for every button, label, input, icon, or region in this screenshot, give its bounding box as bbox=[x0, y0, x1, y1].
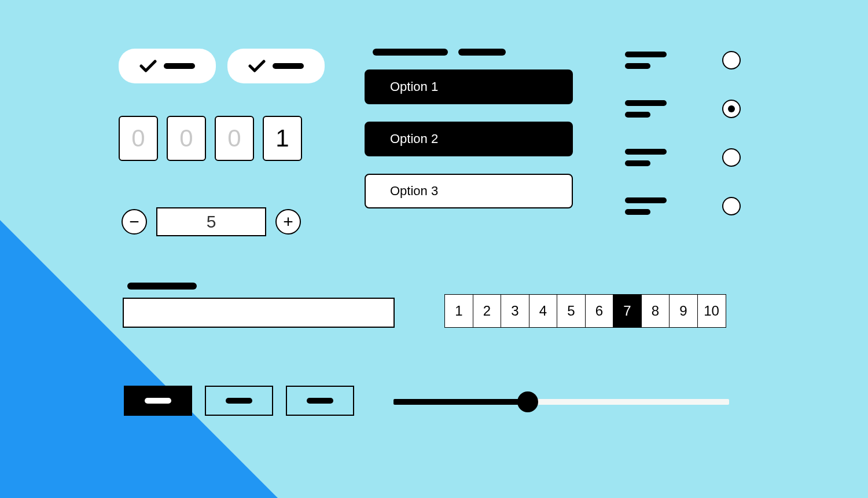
radio-label-placeholder bbox=[625, 197, 667, 215]
stepper-value[interactable]: 5 bbox=[156, 207, 266, 236]
check-icon bbox=[139, 59, 157, 73]
slider[interactable] bbox=[393, 391, 729, 412]
check-icon bbox=[248, 59, 266, 73]
pin-input[interactable]: 0 0 0 1 bbox=[119, 116, 302, 161]
chip-2[interactable] bbox=[227, 49, 325, 83]
page-7[interactable]: 7 bbox=[613, 294, 642, 328]
text-field-label-placeholder bbox=[127, 283, 197, 290]
heading-placeholder-1 bbox=[373, 49, 448, 56]
radio-item-2[interactable] bbox=[625, 100, 741, 118]
page-1[interactable]: 1 bbox=[444, 294, 473, 328]
option-2[interactable]: Option 2 bbox=[365, 122, 573, 156]
radio-button[interactable] bbox=[722, 148, 741, 167]
page-9[interactable]: 9 bbox=[669, 294, 698, 328]
page-8[interactable]: 8 bbox=[641, 294, 670, 328]
button-secondary-1[interactable] bbox=[205, 386, 273, 416]
radio-button[interactable] bbox=[722, 197, 741, 215]
option-list: Option 1 Option 2 Option 3 bbox=[365, 49, 573, 226]
page-5[interactable]: 5 bbox=[557, 294, 586, 328]
ui-kit-canvas: 0 0 0 1 − 5 + Option 1 Option 2 Option 3 bbox=[0, 0, 868, 498]
slider-fill bbox=[393, 399, 528, 405]
pin-digit-2[interactable]: 0 bbox=[167, 116, 206, 161]
radio-button[interactable] bbox=[722, 100, 741, 118]
slider-track bbox=[393, 399, 729, 405]
page-4[interactable]: 4 bbox=[529, 294, 558, 328]
increment-button[interactable]: + bbox=[275, 209, 301, 235]
text-input[interactable] bbox=[123, 298, 395, 328]
pin-digit-3[interactable]: 0 bbox=[215, 116, 254, 161]
decrement-button[interactable]: − bbox=[122, 209, 147, 235]
plus-icon: + bbox=[283, 213, 293, 230]
pin-digit-4[interactable]: 1 bbox=[263, 116, 302, 161]
button-secondary-2[interactable] bbox=[286, 386, 354, 416]
option-1[interactable]: Option 1 bbox=[365, 69, 573, 104]
chip-label-placeholder bbox=[164, 63, 195, 69]
radio-selected-dot bbox=[728, 105, 735, 112]
pin-digit-1[interactable]: 0 bbox=[119, 116, 158, 161]
button-row bbox=[124, 386, 354, 416]
chip-row bbox=[119, 49, 325, 83]
minus-icon: − bbox=[129, 213, 139, 230]
radio-label-placeholder bbox=[625, 52, 667, 69]
pagination: 1 2 3 4 5 6 7 8 9 10 bbox=[444, 294, 726, 328]
option-list-heading bbox=[373, 49, 573, 56]
button-label-placeholder bbox=[307, 398, 333, 404]
chip-label-placeholder bbox=[273, 63, 304, 69]
button-label-placeholder bbox=[145, 398, 171, 404]
page-6[interactable]: 6 bbox=[585, 294, 614, 328]
radio-label-placeholder bbox=[625, 100, 667, 118]
slider-thumb[interactable] bbox=[517, 391, 538, 412]
page-3[interactable]: 3 bbox=[501, 294, 529, 328]
radio-item-1[interactable] bbox=[625, 51, 741, 69]
page-10[interactable]: 10 bbox=[697, 294, 726, 328]
radio-item-3[interactable] bbox=[625, 148, 741, 167]
button-primary[interactable] bbox=[124, 386, 192, 416]
radio-label-placeholder bbox=[625, 149, 667, 166]
text-field bbox=[123, 283, 395, 328]
option-3[interactable]: Option 3 bbox=[365, 174, 573, 208]
radio-item-4[interactable] bbox=[625, 197, 741, 215]
heading-placeholder-2 bbox=[458, 49, 506, 56]
radio-group bbox=[625, 51, 741, 215]
page-2[interactable]: 2 bbox=[473, 294, 502, 328]
chip-1[interactable] bbox=[119, 49, 216, 83]
radio-button[interactable] bbox=[722, 51, 741, 69]
button-label-placeholder bbox=[226, 398, 252, 404]
number-stepper: − 5 + bbox=[122, 207, 301, 236]
